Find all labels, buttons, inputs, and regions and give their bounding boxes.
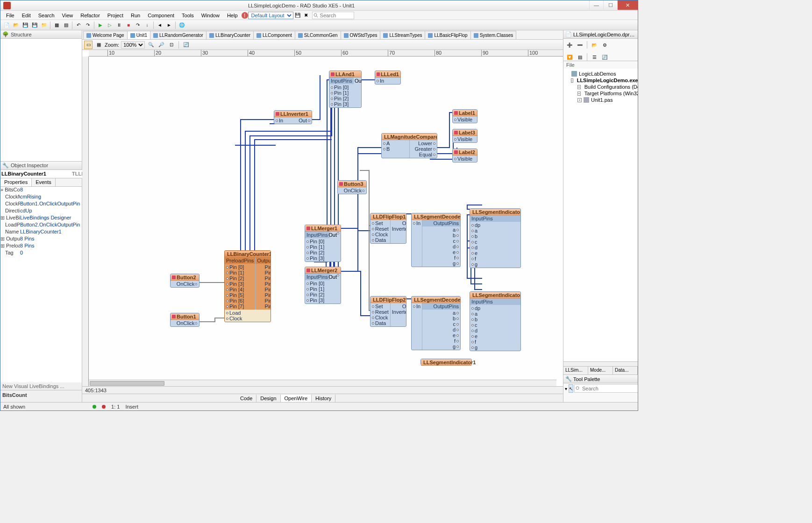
file-tab-welcome-page[interactable]: Welcome Page bbox=[83, 31, 128, 39]
save-icon[interactable]: 💾 bbox=[21, 21, 29, 29]
node-button1[interactable]: Button1 OnClick○ bbox=[170, 313, 199, 327]
tree-item[interactable]: -LLSimpleLogicDemo.exe bbox=[565, 77, 636, 84]
redo-icon[interactable]: ↷ bbox=[84, 21, 92, 29]
designer-canvas[interactable]: Button2 OnClick○ Button1 OnClick○ Button… bbox=[89, 57, 563, 380]
grid-icon[interactable]: ▦ bbox=[94, 41, 103, 49]
undo-icon[interactable]: ↶ bbox=[74, 21, 83, 29]
prop-row[interactable]: ClockPiButton1.OnClickOutputPin bbox=[0, 201, 82, 208]
menu-file[interactable]: File bbox=[2, 12, 18, 19]
node-llsegind1[interactable]: LLSegmentIndicator1 bbox=[420, 359, 472, 365]
menu-project[interactable]: Project bbox=[104, 12, 127, 19]
node-llsegdec4[interactable]: LLSegmentDecoder4 In OutputPins a b c d … bbox=[411, 296, 461, 350]
proj-filter-icon[interactable]: ▤ bbox=[576, 53, 584, 61]
proj-opts-icon[interactable]: ⚙ bbox=[600, 41, 609, 49]
oi-tab-properties[interactable]: Properties bbox=[0, 178, 32, 186]
zoom-fit-icon[interactable]: ⊡ bbox=[167, 41, 176, 49]
open-icon[interactable]: 📂 bbox=[12, 21, 20, 29]
menu-view[interactable]: View bbox=[58, 12, 77, 19]
prop-row[interactable]: Output8 Pins bbox=[0, 236, 82, 243]
layout-select[interactable]: Default Layout bbox=[248, 12, 293, 19]
node-llsegind4[interactable]: LLSegmentIndicator4 InputPins dp a b c d… bbox=[470, 291, 521, 351]
node-button2[interactable]: Button2 OnClick○ bbox=[170, 274, 199, 288]
tree-item[interactable]: +Unit1.pas bbox=[565, 97, 636, 103]
minimize-button[interactable]: — bbox=[589, 0, 603, 10]
file-tab-unit1[interactable]: Unit1 bbox=[127, 31, 150, 39]
node-lland1[interactable]: LLAnd1 InputPinsOut Pin [0] Pin [1] Pin … bbox=[329, 71, 362, 108]
stop-icon[interactable]: ■ bbox=[124, 21, 133, 29]
close-button[interactable]: ✕ bbox=[617, 0, 638, 10]
file-tab-llbasicflipflop[interactable]: LLBasicFlipFlop bbox=[425, 31, 470, 39]
property-grid[interactable]: BitsCou8ClockMcmRisingClockPiButton1.OnC… bbox=[0, 187, 82, 261]
help-icon[interactable]: ! bbox=[242, 12, 248, 19]
file-tab-llbinarycounter[interactable]: LLBinaryCounter bbox=[206, 31, 254, 39]
horizontal-scrollbar[interactable] bbox=[89, 380, 556, 386]
step-over-icon[interactable]: ↷ bbox=[134, 21, 142, 29]
zoom-select[interactable]: 100% bbox=[121, 41, 145, 49]
palette-arrow-icon[interactable]: ↖ bbox=[569, 384, 573, 393]
new-icon[interactable]: 📄 bbox=[2, 21, 11, 29]
node-llsegdec3[interactable]: LLSegmentDecoder3 In OutputPins a b c d … bbox=[411, 213, 461, 267]
tree-item[interactable]: +Target Platforms (Win32) bbox=[565, 90, 636, 97]
view-unit-icon[interactable]: ▤ bbox=[62, 21, 70, 29]
step-into-icon[interactable]: ↓ bbox=[143, 21, 151, 29]
forward-icon[interactable]: ► bbox=[165, 21, 173, 29]
file-tab-llcomponent[interactable]: LLComponent bbox=[253, 31, 295, 39]
node-lldff2[interactable]: LLDFlipFlop2 Set Reset Clock Data Out In… bbox=[370, 296, 406, 327]
layout-delete-icon[interactable]: ✖ bbox=[302, 11, 310, 20]
tree-scrollbar[interactable] bbox=[563, 361, 638, 366]
prop-row[interactable]: NameLLBinaryCounter1 bbox=[0, 229, 82, 236]
menu-help[interactable]: Help bbox=[223, 12, 242, 19]
menu-tools[interactable]: Tools bbox=[178, 12, 198, 19]
object-inspector-select[interactable] bbox=[0, 170, 82, 178]
saveall-icon[interactable]: 💾 bbox=[30, 21, 39, 29]
file-tab-llrandomgenerator[interactable]: LLRandomGenerator bbox=[150, 31, 207, 39]
node-lldff1[interactable]: LLDFlipFlop1 Set Reset Clock Data Out In… bbox=[370, 213, 406, 244]
prop-row[interactable]: Tag0 bbox=[0, 250, 82, 257]
prop-row[interactable]: DirecticdUp bbox=[0, 208, 82, 215]
menu-window[interactable]: Window bbox=[198, 12, 223, 19]
ide-search-input[interactable] bbox=[312, 12, 354, 19]
node-button3[interactable]: Button3 OnClick○ bbox=[337, 180, 367, 194]
node-llmerger1[interactable]: LLMerger1 InputPinsOut Pin [0] Pin [1] P… bbox=[305, 225, 341, 262]
btab-openwire[interactable]: OpenWire bbox=[281, 395, 312, 402]
node-llmerger2[interactable]: LLMerger2 InputPinsOut Pin [0] Pin [1] P… bbox=[305, 267, 341, 304]
proj-add-icon[interactable]: ➕ bbox=[565, 41, 574, 49]
prop-row[interactable]: LoadPirButton2.OnClickOutputPin bbox=[0, 222, 82, 229]
file-tab-owstdtypes[interactable]: OWStdTypes bbox=[341, 31, 381, 39]
proj-view-icon[interactable]: 📂 bbox=[590, 41, 598, 49]
btab-design[interactable]: Design bbox=[256, 395, 280, 402]
tree-item[interactable]: +Build Configurations (Debug) bbox=[565, 84, 636, 90]
menu-refactor[interactable]: Refactor bbox=[77, 12, 104, 19]
project-tree[interactable]: LogicLabDemos-LLSimpleLogicDemo.exe+Buil… bbox=[563, 69, 638, 361]
node-llmagcomp[interactable]: LLMagnitudeComparer1 A B Lower Greater E… bbox=[381, 133, 437, 158]
run-icon[interactable]: ▶ bbox=[96, 21, 105, 29]
menu-search[interactable]: Search bbox=[35, 12, 58, 19]
file-tab-system-classes[interactable]: System.Classes bbox=[470, 31, 517, 39]
globe-icon[interactable]: 🌐 bbox=[178, 21, 186, 29]
prop-row[interactable]: Preloa8 Pins bbox=[0, 243, 82, 250]
btab-code[interactable]: Code bbox=[236, 395, 256, 402]
select-tool-icon[interactable]: ▭ bbox=[84, 41, 93, 49]
oi-tab-events[interactable]: Events bbox=[32, 178, 56, 186]
menu-run[interactable]: Run bbox=[127, 12, 144, 19]
structure-panel[interactable] bbox=[0, 39, 82, 162]
pause-icon[interactable]: ⏸ bbox=[115, 21, 123, 29]
node-llinverter1[interactable]: LLInverter1 InOut bbox=[274, 110, 312, 124]
zoom-in-icon[interactable]: 🔍 bbox=[147, 41, 155, 49]
zoom-out-icon[interactable]: 🔎 bbox=[157, 41, 165, 49]
maximize-button[interactable]: ☐ bbox=[603, 0, 617, 10]
node-label3[interactable]: Label3 Visible bbox=[452, 129, 477, 143]
file-tab-slcommongen[interactable]: SLCommonGen bbox=[295, 31, 341, 39]
back-icon[interactable]: ◄ bbox=[156, 21, 164, 29]
oi-component-name[interactable] bbox=[0, 170, 71, 178]
proj-remove-icon[interactable]: ➖ bbox=[576, 41, 584, 49]
proj-sort-icon[interactable]: 🔽 bbox=[565, 53, 574, 61]
rt-data[interactable]: Data... bbox=[613, 367, 638, 375]
rt-llsim[interactable]: LLSim... bbox=[563, 367, 588, 375]
node-llled1[interactable]: LLLed1 In bbox=[375, 71, 401, 85]
node-llsegind3[interactable]: LLSegmentIndicator3 InputPins dp a b c d… bbox=[470, 208, 521, 268]
livebindings-link[interactable]: New Visual LiveBindings ... bbox=[0, 382, 82, 390]
menu-component[interactable]: Component bbox=[144, 12, 178, 19]
proj-refresh-icon[interactable]: 🔄 bbox=[600, 53, 609, 61]
tree-item[interactable]: LogicLabDemos bbox=[565, 71, 636, 77]
